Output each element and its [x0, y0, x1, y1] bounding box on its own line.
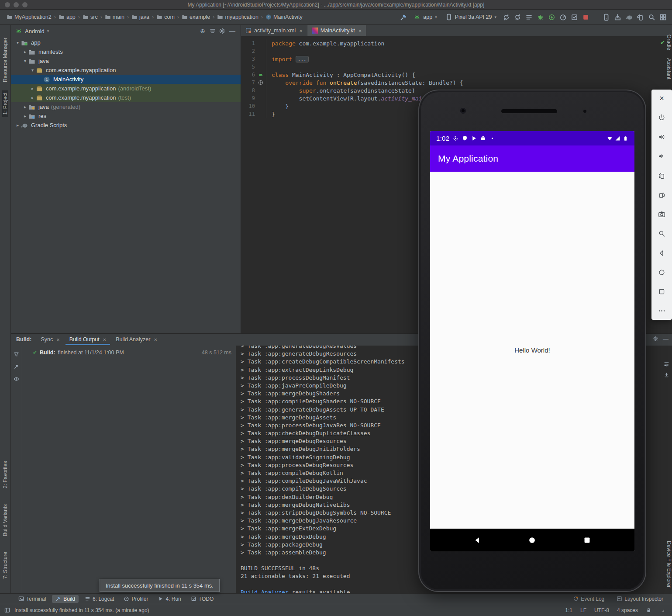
collapse-all-icon[interactable]	[209, 28, 216, 35]
breadcrumb-item-example[interactable]: example	[180, 14, 211, 21]
breadcrumb-item-com[interactable]: com	[155, 14, 176, 21]
tree-item-mainactivity[interactable]: CMainActivity	[11, 75, 241, 84]
more-icon[interactable]	[656, 305, 668, 317]
build-summary-row[interactable]: ✔ Build: finished at 11/1/24 1:00 PM 48 …	[22, 350, 236, 356]
code-line-1[interactable]: 1package com.example.myapplication	[241, 39, 672, 47]
override-icon[interactable]	[258, 80, 263, 85]
stop-icon[interactable]	[582, 14, 589, 21]
code-line-2[interactable]: 2	[241, 47, 672, 55]
hammer-icon[interactable]	[400, 14, 407, 21]
tree-item-com-example-myapplication-androidtest[interactable]: ▸com.example.myapplication(androidTest)	[11, 84, 241, 93]
avd-manager-icon[interactable]	[603, 14, 610, 21]
build-analyzer-link[interactable]: Build Analyzer	[241, 589, 289, 593]
tree-collapsed-icon[interactable]: ▸	[22, 114, 28, 118]
tree-collapsed-icon[interactable]: ▸	[29, 95, 36, 100]
code-line-5[interactable]: 5	[241, 63, 672, 71]
breadcrumb-item-java[interactable]: java	[130, 14, 151, 21]
breadcrumb-item-mainactivity[interactable]: CMainActivity	[264, 14, 304, 21]
coverage-icon[interactable]	[571, 14, 578, 21]
tool-stripe-gradle[interactable]: Gradle	[666, 35, 672, 50]
tool-window-button-todo[interactable]: TODO	[187, 595, 217, 603]
retry-icon[interactable]	[514, 14, 521, 21]
tool-window-button-build[interactable]: Build	[52, 595, 79, 603]
editor-tab-activity-main-xml[interactable]: activity_main.xml×	[241, 25, 307, 36]
list-icon[interactable]	[525, 14, 533, 21]
volume-down-icon[interactable]	[656, 151, 668, 162]
tree-collapsed-icon[interactable]: ▸	[22, 104, 28, 109]
tree-expanded-icon[interactable]: ▾	[22, 59, 28, 63]
project-view-selector[interactable]: Android	[25, 28, 45, 35]
close-tab-icon[interactable]: ×	[154, 336, 157, 343]
tree-item-gradle-scripts[interactable]: ▸Gradle Scripts	[11, 121, 241, 130]
tree-item-com-example-myapplication-test[interactable]: ▸com.example.myapplication(test)	[11, 93, 241, 102]
close-tab-icon[interactable]: ×	[56, 336, 60, 343]
layout-grid-icon[interactable]	[659, 14, 667, 21]
tool-window-button-4-run[interactable]: 4: Run	[154, 595, 184, 603]
profiler-icon[interactable]	[559, 14, 567, 21]
search-icon[interactable]	[648, 14, 655, 21]
tool-stripe-2-favorites[interactable]: 2: Favorites	[2, 459, 8, 491]
nav-home-icon[interactable]	[528, 536, 536, 544]
attach-debugger-icon[interactable]	[548, 14, 555, 21]
eye-icon[interactable]	[14, 376, 19, 382]
power-icon[interactable]	[656, 112, 668, 123]
code-line-3[interactable]: 3import ...	[241, 55, 672, 63]
volume-up-icon[interactable]	[656, 132, 668, 143]
android-run-icon[interactable]	[258, 72, 263, 77]
rotate-right-icon[interactable]	[656, 189, 668, 201]
gradle-elephant-icon[interactable]	[625, 14, 633, 21]
tool-stripe-resource-manager[interactable]: Resource Manager	[2, 35, 8, 84]
close-tab-icon[interactable]: ×	[358, 28, 362, 34]
zoom-icon[interactable]	[656, 228, 668, 239]
tool-stripe-build-variants[interactable]: Build Variants	[2, 502, 8, 538]
breadcrumb-item-src[interactable]: src	[81, 14, 99, 21]
tool-window-button-event-log[interactable]: Event Log	[569, 595, 608, 603]
breadcrumb-item-main[interactable]: main	[103, 14, 126, 21]
tool-window-button-6-logcat[interactable]: 6: Logcat	[81, 595, 117, 603]
editor-tab-mainactivity-kt[interactable]: MainActivity.kt×	[307, 25, 367, 36]
debug-icon[interactable]	[537, 14, 544, 21]
status-segment-1-1[interactable]: 1:1	[565, 607, 572, 613]
build-tab-sync[interactable]: Sync×	[37, 334, 63, 345]
tool-window-button-terminal[interactable]: Terminal	[15, 595, 49, 603]
tree-item-java[interactable]: ▾java	[11, 56, 241, 66]
zoom-window-button[interactable]	[22, 2, 28, 7]
breadcrumb-item-app[interactable]: app	[57, 14, 77, 21]
close-tab-icon[interactable]: ×	[103, 336, 107, 343]
tree-item-com-example-myapplication[interactable]: ▾com.example.myapplication	[11, 66, 241, 75]
tool-window-toggle-icon[interactable]	[4, 607, 10, 613]
tool-stripe-1-project[interactable]: 1: Project	[2, 90, 8, 117]
build-tab-build-analyzer[interactable]: Build Analyzer×	[112, 334, 161, 345]
tree-item-manifests[interactable]: ▸manifests	[11, 47, 241, 56]
tree-expanded-icon[interactable]: ▾	[14, 40, 21, 45]
nav-back-icon[interactable]	[473, 536, 482, 544]
back-icon[interactable]	[656, 247, 668, 259]
status-segment-lf[interactable]: LF	[580, 607, 586, 613]
tree-item-java-generated[interactable]: ▸java(generated)	[11, 102, 241, 111]
tree-expanded-icon[interactable]: ▾	[29, 68, 36, 73]
tree-collapsed-icon[interactable]: ▸	[29, 86, 36, 91]
close-window-button[interactable]	[5, 2, 10, 7]
tool-stripe-assistant[interactable]: Assistant	[666, 58, 672, 80]
lock-icon[interactable]	[646, 607, 651, 613]
home-icon[interactable]	[656, 266, 668, 278]
tree-item-app[interactable]: ▾app	[11, 38, 241, 47]
close-tab-icon[interactable]: ×	[299, 28, 303, 34]
sync-icon[interactable]	[503, 14, 510, 21]
phone-screen[interactable]: 1:02 My Application Hello World!	[430, 131, 634, 551]
status-segment-utf-8[interactable]: UTF-8	[594, 607, 609, 613]
overview-icon[interactable]	[656, 286, 668, 298]
screenshot-icon[interactable]	[656, 209, 668, 220]
code-line-6[interactable]: 6class MainActivity : AppCompatActivity(…	[241, 71, 672, 79]
settings-icon[interactable]	[219, 28, 226, 35]
tree-collapsed-icon[interactable]: ▸	[22, 49, 28, 54]
code-line-7[interactable]: 7 override fun onCreate(savedInstanceSta…	[241, 79, 672, 87]
tree-item-res[interactable]: ▸res	[11, 111, 241, 121]
breadcrumb-item-myapplication[interactable]: myapplication	[216, 14, 259, 21]
hide-panel-icon[interactable]: —	[228, 28, 236, 35]
locate-file-icon[interactable]: ⊕	[199, 28, 207, 35]
close-icon[interactable]: ×	[656, 93, 668, 104]
tool-window-button-profiler[interactable]: Profiler	[120, 595, 152, 603]
device-selector[interactable]: Pixel 3a API 29▾	[443, 13, 499, 21]
minimize-window-button[interactable]	[14, 2, 19, 7]
